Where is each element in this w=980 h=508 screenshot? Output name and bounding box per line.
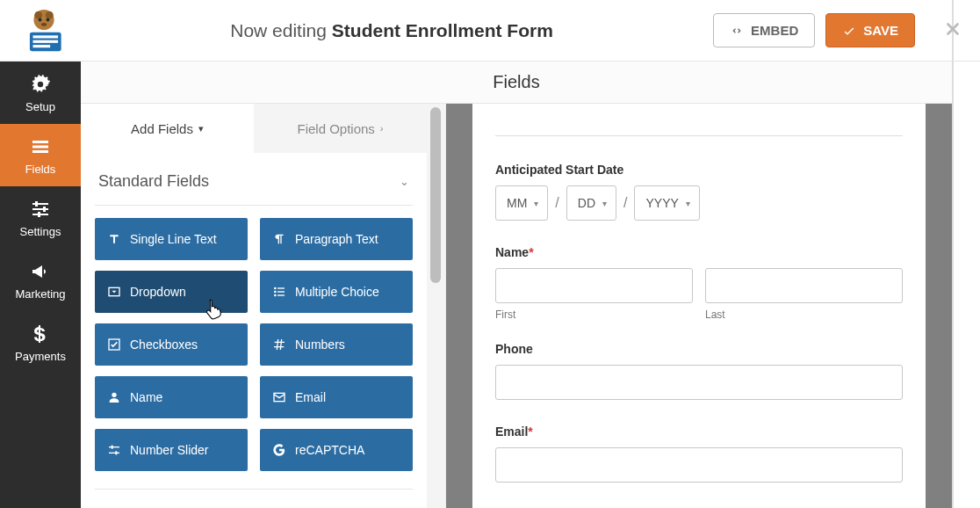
field-multiple-choice[interactable]: Multiple Choice	[260, 271, 413, 313]
svg-point-4	[47, 18, 50, 21]
chevron-down-icon: ⌄	[400, 175, 409, 188]
top-bar: Now editing Student Enrollment Form EMBE…	[0, 0, 980, 62]
svg-rect-17	[43, 207, 46, 212]
input-phone[interactable]	[495, 365, 903, 400]
svg-point-3	[39, 18, 42, 21]
svg-rect-12	[32, 150, 48, 153]
divider	[495, 135, 903, 136]
svg-point-22	[274, 291, 277, 294]
svg-rect-29	[109, 446, 119, 447]
chevron-down-icon: ▾	[602, 199, 607, 208]
embed-button[interactable]: EMBED	[713, 13, 815, 47]
mail-icon	[272, 390, 286, 404]
cursor-pointer-icon	[202, 297, 225, 320]
rail-marketing[interactable]: Marketing	[0, 249, 81, 311]
svg-rect-21	[277, 287, 285, 288]
label-phone: Phone	[495, 342, 903, 356]
svg-point-5	[41, 22, 47, 25]
svg-rect-25	[277, 294, 285, 295]
editing-formname: Student Enrollment Form	[332, 20, 553, 40]
user-icon	[107, 390, 121, 404]
svg-point-27	[112, 393, 116, 397]
close-icon	[943, 19, 962, 39]
field-name[interactable]: Name	[95, 376, 248, 418]
field-checkboxes[interactable]: Checkboxes	[95, 323, 248, 366]
logo-wpforms	[18, 9, 70, 53]
rail-setup[interactable]: Setup	[0, 62, 81, 124]
rail-fields[interactable]: Fields	[0, 124, 81, 186]
svg-point-1	[34, 11, 42, 18]
field-paragraph[interactable]: Paragraph Text	[260, 218, 413, 260]
check-icon	[842, 24, 856, 38]
svg-rect-32	[115, 451, 117, 454]
svg-rect-16	[35, 201, 38, 207]
dollar-icon	[0, 323, 81, 345]
side-rail: Setup Fields Settings Marketing Payments	[0, 62, 81, 508]
field-numbers[interactable]: Numbers	[260, 323, 413, 366]
bullhorn-icon	[0, 261, 81, 282]
svg-point-24	[274, 294, 277, 297]
field-number-slider[interactable]: Number Slider	[95, 429, 248, 471]
select-year[interactable]: YYYY▾	[634, 185, 699, 221]
sliders-icon	[0, 199, 81, 220]
svg-rect-10	[32, 141, 48, 143]
field-palette: Single Line Text Paragraph Text Dropdown	[81, 218, 427, 471]
form-preview: Anticipated Start Date MM▾ / DD▾ / YYYY▾	[446, 104, 952, 508]
svg-rect-30	[109, 453, 119, 454]
rail-payments[interactable]: Payments	[0, 311, 81, 374]
hash-icon	[272, 337, 286, 352]
sublabel-last: Last	[705, 308, 903, 321]
field-single-line[interactable]: Single Line Text	[95, 218, 248, 260]
label-name: Name*	[495, 245, 903, 259]
slider-icon	[107, 443, 121, 457]
input-first-name[interactable]	[495, 268, 693, 303]
section-standard-fields[interactable]: Standard Fields ⌄	[81, 153, 427, 200]
svg-point-2	[46, 11, 54, 18]
text-icon	[107, 232, 121, 246]
svg-rect-31	[112, 446, 113, 449]
svg-rect-13	[32, 203, 48, 205]
gear-icon	[0, 74, 81, 95]
tab-add-fields[interactable]: Add Fields ▾	[81, 104, 254, 153]
svg-rect-7	[33, 35, 59, 38]
page-title: Now editing Student Enrollment Form	[70, 20, 713, 41]
tab-field-options[interactable]: Field Options ›	[254, 104, 427, 153]
select-day[interactable]: DD▾	[566, 185, 616, 221]
editing-prefix: Now editing	[230, 20, 327, 40]
list-icon	[272, 285, 286, 299]
svg-point-20	[274, 287, 277, 290]
rail-settings[interactable]: Settings	[0, 186, 81, 249]
close-button[interactable]	[943, 17, 962, 45]
svg-rect-11	[32, 146, 48, 149]
field-dropdown[interactable]: Dropdown	[95, 271, 248, 313]
label-start-date: Anticipated Start Date	[495, 163, 903, 177]
svg-rect-18	[38, 212, 40, 217]
panel-title: Fields	[81, 62, 952, 104]
code-icon	[730, 24, 744, 38]
select-month[interactable]: MM▾	[495, 185, 548, 221]
input-last-name[interactable]	[705, 268, 903, 303]
dropdown-icon	[107, 285, 121, 299]
google-icon	[272, 443, 286, 457]
svg-rect-9	[33, 45, 51, 47]
chevron-down-icon: ▾	[534, 199, 538, 208]
sublabel-first: First	[495, 308, 693, 321]
svg-rect-8	[33, 40, 59, 42]
chevron-right-icon: ›	[380, 123, 384, 134]
input-email[interactable]	[495, 447, 903, 483]
field-recaptcha[interactable]: reCAPTCHA	[260, 429, 413, 471]
form-icon	[0, 136, 81, 157]
svg-rect-23	[277, 291, 285, 292]
svg-rect-14	[32, 208, 48, 210]
check-icon	[107, 337, 121, 352]
paragraph-icon	[272, 232, 286, 246]
chevron-down-icon: ▾	[198, 123, 204, 134]
save-button[interactable]: SAVE	[825, 13, 915, 47]
field-email[interactable]: Email	[260, 376, 413, 418]
scrollbar[interactable]	[427, 104, 445, 508]
chevron-down-icon: ▾	[686, 199, 690, 208]
label-email: Email*	[495, 425, 903, 439]
